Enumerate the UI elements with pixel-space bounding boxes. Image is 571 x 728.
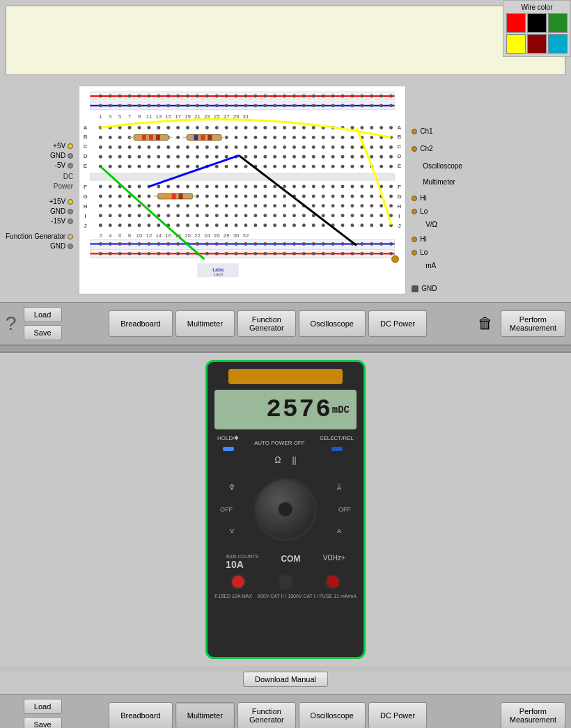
svg-point-96 bbox=[176, 126, 180, 129]
dc-power2-group: +15V GND -15V bbox=[49, 197, 74, 226]
terminal-com[interactable] bbox=[278, 574, 293, 589]
svg-point-249 bbox=[99, 185, 102, 189]
select-rel-button[interactable] bbox=[331, 447, 343, 451]
minus15v-dot bbox=[68, 219, 73, 224]
svg-point-186 bbox=[148, 155, 151, 159]
trash-icon[interactable]: 🗑 bbox=[474, 312, 496, 335]
svg-point-435 bbox=[225, 242, 228, 246]
color-darkred[interactable] bbox=[527, 34, 547, 54]
nav-buttons-2: Breadboard Multimeter Function Generator… bbox=[66, 702, 470, 728]
perform-measurement-button-2[interactable]: Perform Measurement bbox=[501, 702, 565, 728]
svg-point-46 bbox=[196, 104, 199, 107]
svg-point-168 bbox=[273, 145, 276, 149]
plus5v-label: +5V bbox=[50, 141, 73, 151]
svg-point-104 bbox=[254, 126, 258, 129]
svg-point-331 bbox=[292, 204, 296, 207]
gnd-label-group: GND bbox=[412, 285, 495, 292]
svg-point-32 bbox=[380, 94, 383, 97]
gnd1-dot bbox=[68, 153, 73, 159]
svg-point-367 bbox=[341, 214, 345, 217]
breadboard-tab-2[interactable]: Breadboard bbox=[109, 702, 173, 728]
multimeter-tab-2[interactable]: Multimeter bbox=[175, 702, 235, 728]
mm-top-button[interactable] bbox=[228, 369, 342, 384]
terminal-vohz[interactable] bbox=[325, 574, 341, 589]
svg-point-368 bbox=[351, 214, 354, 217]
help-icon[interactable]: ? bbox=[6, 312, 17, 335]
svg-point-128 bbox=[186, 136, 189, 139]
svg-text:13: 13 bbox=[156, 113, 162, 120]
svg-point-448 bbox=[351, 242, 354, 246]
ch1-dot bbox=[412, 129, 417, 134]
svg-point-477 bbox=[312, 252, 315, 255]
svg-text:16: 16 bbox=[165, 232, 171, 239]
color-red[interactable] bbox=[506, 13, 526, 33]
svg-point-347 bbox=[148, 214, 151, 217]
svg-point-148 bbox=[380, 136, 383, 139]
oscilloscope-tab[interactable]: Oscilloscope bbox=[299, 310, 366, 337]
hold-button[interactable] bbox=[223, 447, 234, 451]
dc-power-tab-2[interactable]: DC Power bbox=[368, 702, 427, 728]
mm-dial[interactable] bbox=[254, 478, 317, 541]
svg-point-392 bbox=[283, 223, 286, 227]
svg-point-359 bbox=[263, 214, 267, 217]
svg-point-334 bbox=[322, 204, 325, 207]
notes-textarea[interactable] bbox=[6, 6, 565, 75]
svg-point-165 bbox=[244, 145, 248, 149]
perform-measurement-button[interactable]: Perform Measurement bbox=[501, 310, 565, 337]
dc-power-tab[interactable]: DC Power bbox=[368, 310, 427, 337]
svg-point-376 bbox=[128, 223, 132, 227]
breadboard-tab[interactable]: Breadboard bbox=[109, 310, 173, 337]
svg-point-89 bbox=[109, 126, 112, 129]
function-generator-tab[interactable]: Function Generator bbox=[237, 310, 296, 337]
terminal-10a[interactable] bbox=[230, 574, 246, 589]
svg-point-286 bbox=[157, 194, 160, 198]
svg-point-202 bbox=[302, 155, 306, 159]
lo-vo-dot bbox=[412, 209, 417, 214]
load-button[interactable]: Load bbox=[24, 307, 62, 322]
svg-text:J: J bbox=[398, 223, 400, 229]
svg-rect-508 bbox=[158, 193, 193, 199]
svg-point-480 bbox=[341, 252, 345, 255]
oscilloscope-tab-2[interactable]: Oscilloscope bbox=[299, 702, 366, 728]
load-button-2[interactable]: Load bbox=[24, 699, 62, 714]
svg-point-264 bbox=[244, 185, 248, 189]
color-green[interactable] bbox=[548, 13, 568, 33]
function-generator-tab-2[interactable]: Function Generator bbox=[237, 702, 296, 728]
hi-label: Hi bbox=[420, 194, 426, 202]
svg-point-315 bbox=[138, 204, 141, 207]
hold-group: HOLD/✱ bbox=[217, 435, 239, 451]
svg-point-339 bbox=[370, 204, 373, 207]
svg-point-371 bbox=[380, 214, 383, 217]
color-cyan[interactable] bbox=[548, 34, 568, 54]
multimeter-tab[interactable]: Multimeter bbox=[175, 310, 235, 337]
svg-point-28 bbox=[341, 94, 345, 97]
color-black[interactable] bbox=[527, 13, 547, 33]
off-left-label: OFF bbox=[220, 506, 233, 513]
save-button-2[interactable]: Save bbox=[24, 717, 62, 728]
svg-point-471 bbox=[254, 252, 258, 255]
svg-point-61 bbox=[341, 104, 345, 107]
svg-point-462 bbox=[166, 252, 170, 255]
svg-text:C: C bbox=[398, 143, 402, 150]
download-manual-button[interactable]: Download Manual bbox=[243, 672, 328, 687]
svg-point-91 bbox=[128, 126, 132, 129]
color-yellow[interactable] bbox=[506, 34, 526, 54]
svg-point-443 bbox=[302, 242, 306, 246]
breadboard-wrapper[interactable]: 135 7911 131517 192123 252729 31 ABC DE bbox=[79, 86, 406, 294]
save-button[interactable]: Save bbox=[24, 325, 62, 340]
svg-point-143 bbox=[331, 136, 335, 139]
svg-point-142 bbox=[322, 136, 325, 139]
svg-point-167 bbox=[263, 145, 267, 149]
svg-point-431 bbox=[186, 242, 189, 246]
minus5v-label: -5V bbox=[50, 161, 73, 171]
svg-point-108 bbox=[292, 126, 296, 129]
svg-point-313 bbox=[118, 204, 122, 207]
svg-point-121 bbox=[118, 136, 122, 139]
svg-point-166 bbox=[254, 145, 258, 149]
svg-text:A: A bbox=[398, 125, 402, 131]
svg-point-385 bbox=[215, 223, 219, 227]
svg-point-358 bbox=[254, 214, 258, 217]
svg-point-379 bbox=[157, 223, 160, 227]
svg-point-3 bbox=[99, 94, 102, 97]
svg-point-189 bbox=[176, 155, 180, 159]
